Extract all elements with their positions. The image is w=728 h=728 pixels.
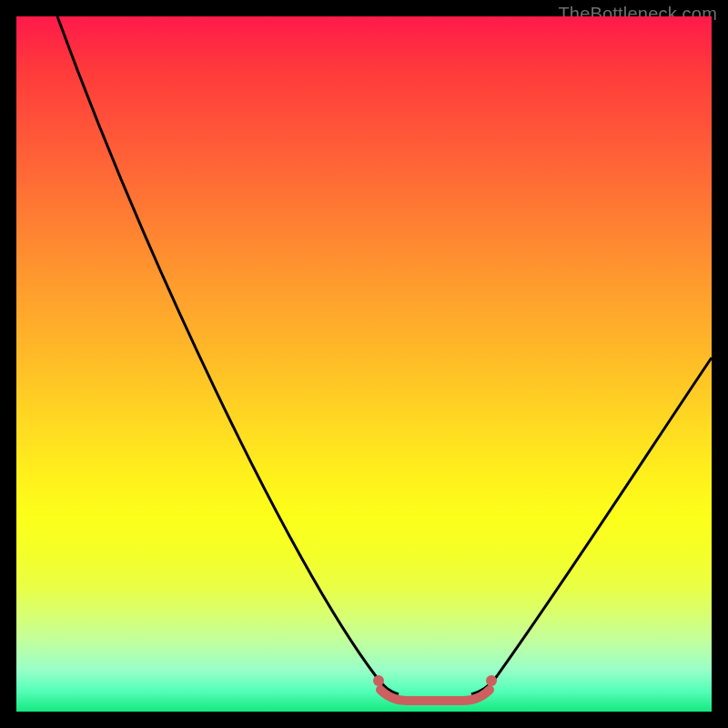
bottleneck-flat-segment <box>380 690 490 701</box>
curve-svg <box>16 16 712 712</box>
chart-container: TheBottleneck.com <box>0 0 728 728</box>
curve-marker-left <box>373 675 384 686</box>
bottleneck-curve-left <box>57 16 399 694</box>
curve-marker-right <box>486 675 497 686</box>
bottleneck-curve-right <box>471 358 712 694</box>
plot-area <box>16 16 712 712</box>
